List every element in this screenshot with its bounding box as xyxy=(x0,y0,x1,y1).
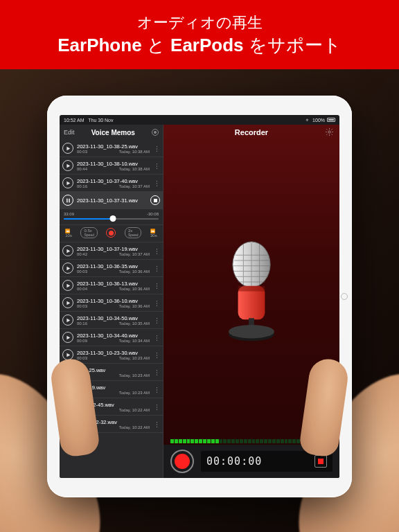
memo-filename: 2023-11-30_10-34-40.wav xyxy=(77,332,150,339)
pause-icon[interactable] xyxy=(62,195,73,206)
memo-filename: 2023-11-30_10-38-10.wav xyxy=(77,161,150,167)
memo-duration: 00:03 xyxy=(77,150,87,154)
settings-icon[interactable] xyxy=(325,127,334,136)
elapsed-time: 33:09 xyxy=(64,212,74,216)
memo-when: Today, 10:38 AM xyxy=(119,167,150,171)
play-icon[interactable] xyxy=(62,263,73,274)
memo-row[interactable]: 2023-11-30_10-34-50.wav 00:16Today, 10:3… xyxy=(60,312,163,329)
memo-when: Today, 10:35 AM xyxy=(119,321,150,326)
screen: 10:52 AM Thu 30 Nov ᯤ 100% Edit Voice Me… xyxy=(60,115,339,478)
more-icon[interactable]: ⋯ xyxy=(155,299,158,306)
rerecord-button[interactable] xyxy=(106,228,116,238)
scene: 10:52 AM Thu 30 Nov ᯤ 100% Edit Voice Me… xyxy=(0,69,399,532)
memo-row[interactable]: 2023-11-30_10-37-19.wav 00:42Today, 10:3… xyxy=(60,242,163,260)
remaining-time: -30:08 xyxy=(147,212,159,216)
status-bar: 10:52 AM Thu 30 Nov ᯤ 100% xyxy=(60,115,339,125)
edit-button[interactable]: Edit xyxy=(64,129,75,136)
memo-when: Today, 10:36 AM xyxy=(119,287,150,291)
more-icon[interactable]: ⋯ xyxy=(155,351,158,358)
memo-filename: 2023-11-30_10-37-40.wav xyxy=(77,178,150,184)
more-icon[interactable]: ⋯ xyxy=(155,317,158,323)
play-icon[interactable] xyxy=(62,160,73,171)
play-icon[interactable] xyxy=(62,143,73,154)
status-date: Thu 30 Nov xyxy=(88,118,113,123)
playback-controls: ⏪10s 0.5xSpeed 2xSpeed ⏩30s xyxy=(60,225,163,242)
left-header: Edit Voice Memos xyxy=(60,125,163,140)
memo-duration: 00:42 xyxy=(77,252,87,256)
memo-when: Today, 10:38 AM xyxy=(119,150,150,154)
svg-rect-14 xyxy=(238,285,265,291)
play-icon[interactable] xyxy=(62,314,73,326)
right-header: Recorder xyxy=(163,125,339,140)
panes: Edit Voice Memos 2023-11-30_10-38-25.wav… xyxy=(60,125,339,478)
memo-filename: 2023-11-30_10-36-10.wav xyxy=(77,298,150,304)
memo-filename: 2023-11-30_10-38-25.wav xyxy=(77,143,150,150)
memo-filename: 2023-11-30_10-36-13.wav xyxy=(77,281,150,287)
play-icon[interactable] xyxy=(62,332,73,343)
memo-row[interactable]: 2023-11-30_10-36-10.wav 00:03Today, 10:3… xyxy=(60,294,163,312)
more-icon[interactable]: ⋯ xyxy=(155,334,158,341)
memo-duration: 00:03 xyxy=(77,356,87,360)
memo-when: Today, 10:34 AM xyxy=(119,339,150,343)
memo-when: Today, 10:23 AM xyxy=(119,356,150,360)
memo-when: Today, 10:22 AM xyxy=(119,408,150,412)
svg-rect-0 xyxy=(66,198,68,202)
status-time: 10:52 AM xyxy=(64,118,85,123)
more-icon[interactable]: ⋯ xyxy=(155,403,158,410)
svg-rect-1 xyxy=(69,198,70,202)
more-icon[interactable]: ⋯ xyxy=(155,369,158,375)
more-icon[interactable]: ⋯ xyxy=(155,179,158,186)
more-icon[interactable]: ⋯ xyxy=(155,420,158,427)
memo-when: Today, 10:37 AM xyxy=(119,184,150,188)
memo-duration: 00:03 xyxy=(77,304,87,308)
memo-when: Today, 10:22 AM xyxy=(119,425,150,429)
left-title: Voice Memos xyxy=(91,129,135,136)
play-icon[interactable] xyxy=(62,280,73,291)
recorder-timer: 00:00:00 xyxy=(206,455,262,468)
memo-row[interactable]: 2023-11-30_10-38-25.wav 00:03Today, 10:3… xyxy=(60,140,163,157)
memo-row[interactable]: 2023-11-30_10-38-10.wav 00:44Today, 10:3… xyxy=(60,157,163,175)
memo-row-playing[interactable]: 2023-11-30_10-37-31.wav xyxy=(60,192,163,209)
home-button[interactable] xyxy=(341,293,348,300)
memo-row[interactable]: 2023-11-30_10-37-40.wav 00:16Today, 10:3… xyxy=(60,175,163,192)
memo-filename: 2023-11-30_10-36-35.wav xyxy=(77,263,150,269)
right-title: Recorder xyxy=(235,128,268,136)
play-icon[interactable] xyxy=(62,297,73,308)
svg-point-17 xyxy=(229,325,274,338)
play-icon[interactable] xyxy=(62,245,73,256)
memo-filename: 2023-11-30_10-37-19.wav xyxy=(77,246,150,252)
memo-row[interactable]: 2023-11-30_10-34-40.wav 00:09Today, 10:3… xyxy=(60,329,163,346)
more-icon[interactable]: ⋯ xyxy=(155,247,158,254)
stop-record-button[interactable] xyxy=(314,455,327,468)
record-button[interactable] xyxy=(170,450,194,473)
wifi-icon: ᯤ xyxy=(305,118,310,123)
skip-back-icon[interactable]: ⏪10s xyxy=(65,229,72,238)
memo-row[interactable]: 2023-11-30_10-36-13.wav 00:04Today, 10:3… xyxy=(60,277,163,294)
memo-duration: 00:44 xyxy=(77,167,87,171)
promo-line1: オーディオの再生 xyxy=(137,12,263,33)
stop-icon[interactable] xyxy=(150,195,160,205)
more-icon[interactable]: ⋯ xyxy=(155,282,158,289)
memo-duration: 00:04 xyxy=(77,287,87,291)
memo-when: Today, 10:36 AM xyxy=(119,304,150,308)
battery-pct: 100% xyxy=(312,118,325,123)
memo-when: Today, 10:23 AM xyxy=(119,391,150,395)
battery-icon xyxy=(327,118,335,122)
speed-fast-button[interactable]: 2xSpeed xyxy=(125,227,141,238)
more-icon[interactable]: ⋯ xyxy=(155,145,158,152)
memo-when: Today, 10:37 AM xyxy=(119,252,150,256)
progress-knob[interactable] xyxy=(110,215,116,222)
more-icon[interactable]: ⋯ xyxy=(155,162,158,169)
memo-when: Today, 10:23 AM xyxy=(119,373,150,378)
speed-slow-button[interactable]: 0.5xSpeed xyxy=(80,227,97,238)
play-icon[interactable] xyxy=(62,177,73,188)
memo-filename: 2023-11-30_10-34-50.wav xyxy=(77,315,150,321)
progress-bar[interactable] xyxy=(64,218,159,220)
more-icon[interactable]: ⋯ xyxy=(155,386,158,393)
memo-duration: 00:16 xyxy=(77,184,87,188)
more-icon[interactable]: ⋯ xyxy=(155,265,158,272)
record-shortcut-icon[interactable] xyxy=(152,129,159,136)
memo-filename: 2023-11-30_10-37-31.wav xyxy=(77,197,147,204)
memo-row[interactable]: 2023-11-30_10-36-35.wav 00:03Today, 10:3… xyxy=(60,260,163,277)
skip-fwd-icon[interactable]: ⏩30s xyxy=(150,229,157,238)
